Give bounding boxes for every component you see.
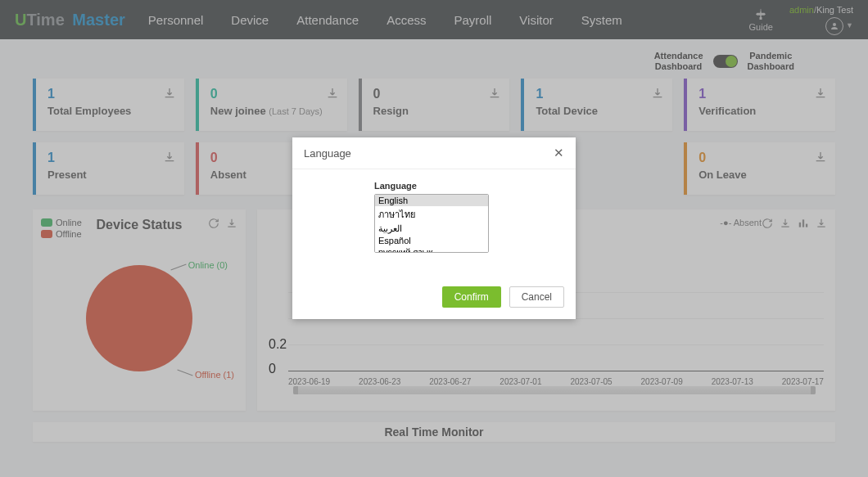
language-field-label: Language [374,181,576,191]
modal-title: Language [304,147,351,160]
language-modal: Language ✕ Language Englishภาษาไทยالعربي… [292,137,576,319]
cancel-button[interactable]: Cancel [509,286,564,308]
language-select[interactable]: EnglishภาษาไทยالعربيةEspañolрусский язык… [374,194,489,253]
confirm-button[interactable]: Confirm [442,286,501,308]
modal-overlay: Language ✕ Language Englishภาษาไทยالعربي… [0,0,868,477]
close-icon[interactable]: ✕ [554,146,564,160]
